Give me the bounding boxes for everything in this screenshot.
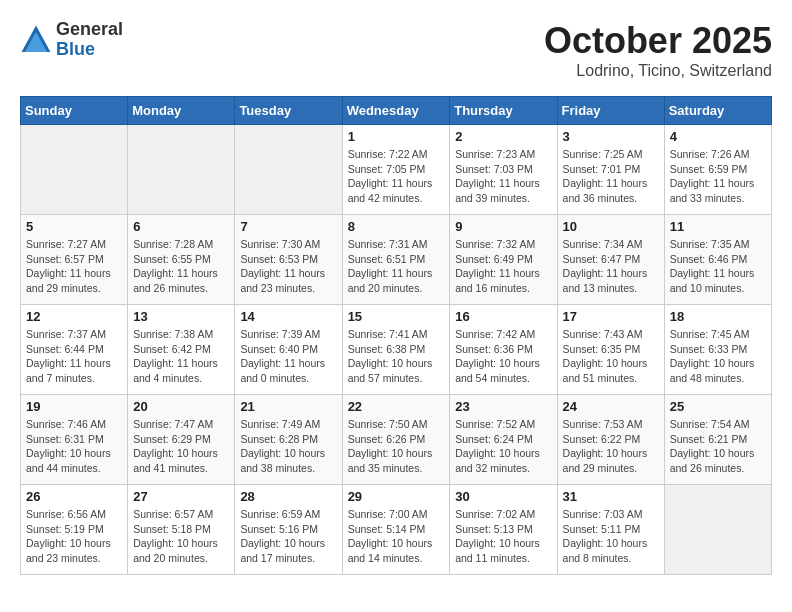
day-number: 14	[240, 309, 336, 324]
table-row: 25Sunrise: 7:54 AMSunset: 6:21 PMDayligh…	[664, 395, 771, 485]
day-number: 9	[455, 219, 551, 234]
table-row: 7Sunrise: 7:30 AMSunset: 6:53 PMDaylight…	[235, 215, 342, 305]
day-number: 25	[670, 399, 766, 414]
table-row: 17Sunrise: 7:43 AMSunset: 6:35 PMDayligh…	[557, 305, 664, 395]
day-number: 4	[670, 129, 766, 144]
table-row	[664, 485, 771, 575]
table-row: 26Sunrise: 6:56 AMSunset: 5:19 PMDayligh…	[21, 485, 128, 575]
table-row: 22Sunrise: 7:50 AMSunset: 6:26 PMDayligh…	[342, 395, 450, 485]
day-info: Sunrise: 7:37 AMSunset: 6:44 PMDaylight:…	[26, 327, 122, 386]
day-number: 18	[670, 309, 766, 324]
day-info: Sunrise: 7:46 AMSunset: 6:31 PMDaylight:…	[26, 417, 122, 476]
day-info: Sunrise: 7:31 AMSunset: 6:51 PMDaylight:…	[348, 237, 445, 296]
day-number: 12	[26, 309, 122, 324]
table-row: 12Sunrise: 7:37 AMSunset: 6:44 PMDayligh…	[21, 305, 128, 395]
day-number: 17	[563, 309, 659, 324]
table-row: 9Sunrise: 7:32 AMSunset: 6:49 PMDaylight…	[450, 215, 557, 305]
day-info: Sunrise: 7:26 AMSunset: 6:59 PMDaylight:…	[670, 147, 766, 206]
logo: General Blue	[20, 20, 123, 60]
calendar-week-row: 1Sunrise: 7:22 AMSunset: 7:05 PMDaylight…	[21, 125, 772, 215]
header-tuesday: Tuesday	[235, 97, 342, 125]
weekday-header-row: Sunday Monday Tuesday Wednesday Thursday…	[21, 97, 772, 125]
day-number: 27	[133, 489, 229, 504]
logo-icon	[20, 24, 52, 56]
page-header: General Blue October 2025 Lodrino, Ticin…	[20, 20, 772, 80]
table-row: 14Sunrise: 7:39 AMSunset: 6:40 PMDayligh…	[235, 305, 342, 395]
day-info: Sunrise: 7:54 AMSunset: 6:21 PMDaylight:…	[670, 417, 766, 476]
day-number: 20	[133, 399, 229, 414]
day-info: Sunrise: 7:23 AMSunset: 7:03 PMDaylight:…	[455, 147, 551, 206]
header-sunday: Sunday	[21, 97, 128, 125]
table-row: 20Sunrise: 7:47 AMSunset: 6:29 PMDayligh…	[128, 395, 235, 485]
day-info: Sunrise: 7:47 AMSunset: 6:29 PMDaylight:…	[133, 417, 229, 476]
day-number: 29	[348, 489, 445, 504]
day-info: Sunrise: 7:49 AMSunset: 6:28 PMDaylight:…	[240, 417, 336, 476]
day-number: 3	[563, 129, 659, 144]
table-row: 19Sunrise: 7:46 AMSunset: 6:31 PMDayligh…	[21, 395, 128, 485]
table-row: 8Sunrise: 7:31 AMSunset: 6:51 PMDaylight…	[342, 215, 450, 305]
calendar-week-row: 19Sunrise: 7:46 AMSunset: 6:31 PMDayligh…	[21, 395, 772, 485]
table-row	[21, 125, 128, 215]
day-number: 23	[455, 399, 551, 414]
day-number: 22	[348, 399, 445, 414]
table-row: 4Sunrise: 7:26 AMSunset: 6:59 PMDaylight…	[664, 125, 771, 215]
day-number: 6	[133, 219, 229, 234]
day-number: 8	[348, 219, 445, 234]
calendar-week-row: 26Sunrise: 6:56 AMSunset: 5:19 PMDayligh…	[21, 485, 772, 575]
table-row: 16Sunrise: 7:42 AMSunset: 6:36 PMDayligh…	[450, 305, 557, 395]
table-row: 11Sunrise: 7:35 AMSunset: 6:46 PMDayligh…	[664, 215, 771, 305]
day-info: Sunrise: 7:43 AMSunset: 6:35 PMDaylight:…	[563, 327, 659, 386]
table-row: 23Sunrise: 7:52 AMSunset: 6:24 PMDayligh…	[450, 395, 557, 485]
day-info: Sunrise: 7:50 AMSunset: 6:26 PMDaylight:…	[348, 417, 445, 476]
day-number: 16	[455, 309, 551, 324]
logo-general: General	[56, 20, 123, 40]
table-row: 18Sunrise: 7:45 AMSunset: 6:33 PMDayligh…	[664, 305, 771, 395]
table-row: 29Sunrise: 7:00 AMSunset: 5:14 PMDayligh…	[342, 485, 450, 575]
table-row: 21Sunrise: 7:49 AMSunset: 6:28 PMDayligh…	[235, 395, 342, 485]
day-info: Sunrise: 7:32 AMSunset: 6:49 PMDaylight:…	[455, 237, 551, 296]
calendar-title: October 2025	[544, 20, 772, 62]
header-monday: Monday	[128, 97, 235, 125]
day-info: Sunrise: 7:00 AMSunset: 5:14 PMDaylight:…	[348, 507, 445, 566]
day-number: 19	[26, 399, 122, 414]
day-info: Sunrise: 7:28 AMSunset: 6:55 PMDaylight:…	[133, 237, 229, 296]
table-row: 10Sunrise: 7:34 AMSunset: 6:47 PMDayligh…	[557, 215, 664, 305]
day-number: 2	[455, 129, 551, 144]
table-row: 28Sunrise: 6:59 AMSunset: 5:16 PMDayligh…	[235, 485, 342, 575]
day-number: 28	[240, 489, 336, 504]
table-row: 1Sunrise: 7:22 AMSunset: 7:05 PMDaylight…	[342, 125, 450, 215]
day-info: Sunrise: 7:45 AMSunset: 6:33 PMDaylight:…	[670, 327, 766, 386]
day-number: 7	[240, 219, 336, 234]
day-number: 11	[670, 219, 766, 234]
calendar-week-row: 12Sunrise: 7:37 AMSunset: 6:44 PMDayligh…	[21, 305, 772, 395]
day-info: Sunrise: 7:02 AMSunset: 5:13 PMDaylight:…	[455, 507, 551, 566]
day-info: Sunrise: 7:25 AMSunset: 7:01 PMDaylight:…	[563, 147, 659, 206]
table-row: 24Sunrise: 7:53 AMSunset: 6:22 PMDayligh…	[557, 395, 664, 485]
day-number: 10	[563, 219, 659, 234]
table-row: 27Sunrise: 6:57 AMSunset: 5:18 PMDayligh…	[128, 485, 235, 575]
day-info: Sunrise: 7:52 AMSunset: 6:24 PMDaylight:…	[455, 417, 551, 476]
day-info: Sunrise: 6:57 AMSunset: 5:18 PMDaylight:…	[133, 507, 229, 566]
day-number: 15	[348, 309, 445, 324]
calendar-week-row: 5Sunrise: 7:27 AMSunset: 6:57 PMDaylight…	[21, 215, 772, 305]
day-number: 31	[563, 489, 659, 504]
day-info: Sunrise: 7:35 AMSunset: 6:46 PMDaylight:…	[670, 237, 766, 296]
day-info: Sunrise: 7:30 AMSunset: 6:53 PMDaylight:…	[240, 237, 336, 296]
table-row: 15Sunrise: 7:41 AMSunset: 6:38 PMDayligh…	[342, 305, 450, 395]
day-info: Sunrise: 6:59 AMSunset: 5:16 PMDaylight:…	[240, 507, 336, 566]
day-number: 26	[26, 489, 122, 504]
table-row: 30Sunrise: 7:02 AMSunset: 5:13 PMDayligh…	[450, 485, 557, 575]
day-info: Sunrise: 6:56 AMSunset: 5:19 PMDaylight:…	[26, 507, 122, 566]
day-info: Sunrise: 7:27 AMSunset: 6:57 PMDaylight:…	[26, 237, 122, 296]
day-number: 24	[563, 399, 659, 414]
table-row: 5Sunrise: 7:27 AMSunset: 6:57 PMDaylight…	[21, 215, 128, 305]
header-thursday: Thursday	[450, 97, 557, 125]
day-info: Sunrise: 7:34 AMSunset: 6:47 PMDaylight:…	[563, 237, 659, 296]
day-number: 1	[348, 129, 445, 144]
table-row	[128, 125, 235, 215]
day-number: 30	[455, 489, 551, 504]
table-row: 2Sunrise: 7:23 AMSunset: 7:03 PMDaylight…	[450, 125, 557, 215]
day-number: 5	[26, 219, 122, 234]
header-wednesday: Wednesday	[342, 97, 450, 125]
logo-blue: Blue	[56, 40, 123, 60]
